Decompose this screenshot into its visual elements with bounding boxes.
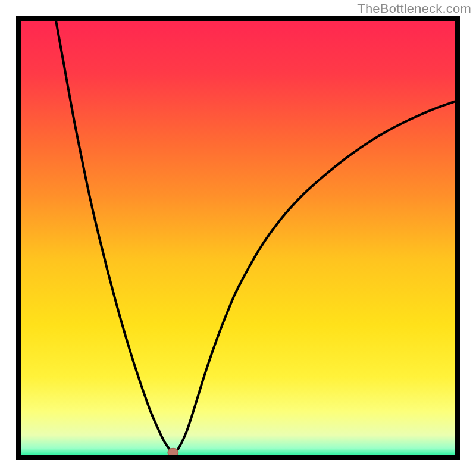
plot-frame <box>16 16 460 460</box>
plot-area <box>21 21 455 455</box>
chart-stage: TheBottleneck.com <box>0 0 476 476</box>
optimum-marker <box>168 448 178 455</box>
watermark-text: TheBottleneck.com <box>357 1 471 17</box>
bottleneck-curve <box>21 21 455 455</box>
